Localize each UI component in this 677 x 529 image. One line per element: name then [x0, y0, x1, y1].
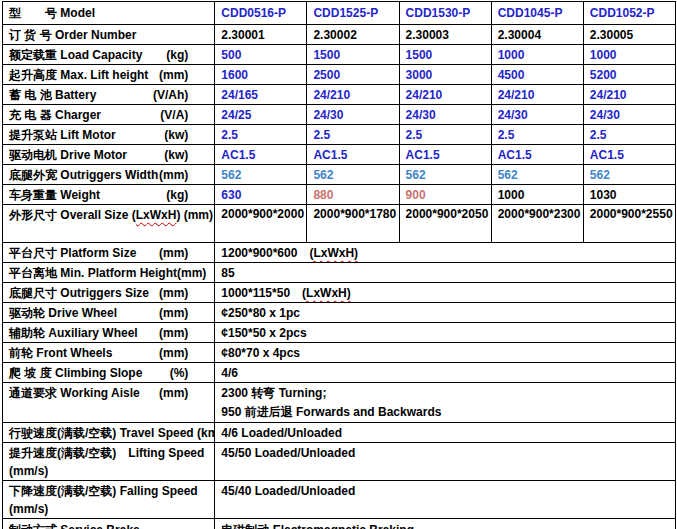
table-row-lift-motor: 提升泵站 Lift Motor(kw) 2.5 2.5 2.5 2.5 2.5 [3, 125, 676, 145]
row-unit: (mm) [159, 324, 188, 342]
spec-value: 24/210 [583, 85, 675, 105]
row-label: 底腿外宽 Outriggers Width [9, 166, 158, 184]
spec-value: 24/210 [491, 85, 583, 105]
spec-value: 85 [215, 263, 676, 283]
table-row-outriggers-width: 底腿外宽 Outriggers Width(mm) 562 562 562 56… [3, 165, 676, 185]
spec-value: 24/210 [307, 85, 399, 105]
spec-value: 2.5 [583, 125, 675, 145]
table-row-order-number: 订 货 号 Order Number 2.30001 2.30002 2.300… [3, 25, 676, 45]
row-unit: (mm) [177, 264, 206, 282]
spec-value: 2000*900*2050 [399, 205, 491, 243]
spec-value: 562 [491, 165, 583, 185]
model-value: CDD1052-P [583, 2, 675, 25]
spec-value: 4/6 Loaded/Unloaded [215, 423, 676, 443]
spec-value: 1600 [215, 65, 307, 85]
row-label: 下降速度(满载/空载) Falling Speed [9, 482, 212, 500]
spec-label-cell: 蓄 电 池 Battery(V/Ah) [3, 85, 215, 105]
spec-value: ¢150*50 x 2pcs [215, 323, 676, 343]
spec-label-cell: 额定载重 Load Capacity(kg) [3, 45, 215, 65]
spec-value: 24/25 [215, 105, 307, 125]
spec-label-cell: 车身重量 Weight(kg) [3, 185, 215, 205]
row-label: 充 电 器 Charger [9, 106, 101, 124]
model-value: CDD1530-P [399, 2, 491, 25]
spec-label-cell: 驱动电机 Drive Motor(kw) [3, 145, 215, 165]
model-value: CDD1525-P [307, 2, 399, 25]
table-row-overall-size: 外形尺寸 Overall Size (LxWxH) (mm) 2000*900*… [3, 205, 676, 243]
spellcheck-squiggle: (LxWxH) [302, 286, 351, 300]
row-label: 提升速度(满载/空载) Lifting Speed [9, 444, 212, 462]
spec-label-cell: 平台离地 Min. Platform Height(mm) [3, 263, 215, 283]
weight-value: 1000 [491, 185, 583, 205]
order-value: 2.30003 [399, 25, 491, 45]
row-label: 型 号 Model [9, 4, 95, 22]
spec-table: 型 号 Model CDD0516-P CDD1525-P CDD1530-P … [2, 1, 676, 529]
aisle-line-2: 950 前进后退 Forwards and Backwards [221, 403, 673, 422]
spellcheck-squiggle: (LxWxH) [309, 246, 358, 260]
spec-value: 3000 [399, 65, 491, 85]
spec-label-cell: 行驶速度(满载/空载) Travel Speed (km/h) [3, 423, 215, 443]
table-row-drive-wheel: 驱动轮 Drive Wheel(mm) ¢250*80 x 1pc [3, 303, 676, 323]
table-row-outriggers-size: 底腿尺寸 Outriggers Size(mm) 1000*115*50 (Lx… [3, 283, 676, 303]
row-unit: (mm/s) [9, 500, 212, 518]
spec-value: 1000 [491, 45, 583, 65]
row-unit: (kg) [166, 186, 188, 204]
spec-value: 24/30 [583, 105, 675, 125]
row-label: 通道要求 Working Aisle [9, 384, 140, 402]
spec-label-cell: 下降速度(满载/空载) Falling Speed(mm/s) [3, 481, 215, 519]
spec-value: 24/165 [215, 85, 307, 105]
row-label: 制动方式 Service Brake [9, 521, 140, 529]
spec-value: 2500 [307, 65, 399, 85]
row-unit: (V/A) [160, 106, 188, 124]
spec-value: 24/30 [491, 105, 583, 125]
table-row-min-platform-height: 平台离地 Min. Platform Height(mm) 85 [3, 263, 676, 283]
weight-value: 630 [215, 185, 307, 205]
spec-value: 24/210 [399, 85, 491, 105]
row-label: 额定载重 Load Capacity [9, 46, 142, 64]
spec-value: AC1.5 [491, 145, 583, 165]
row-unit: (mm) [159, 344, 188, 362]
table-row-load-capacity: 额定载重 Load Capacity(kg) 500 1500 1500 100… [3, 45, 676, 65]
row-unit: (mm) [159, 166, 188, 184]
row-unit: (mm/s) [9, 462, 212, 480]
table-row-working-aisle: 通道要求 Working Aisle(mm) 2300 转弯 Turning;9… [3, 383, 676, 423]
spec-label-cell: 平台尺寸 Platform Size(mm) [3, 243, 215, 263]
spec-label-cell: 外形尺寸 Overall Size (LxWxH) (mm) [3, 205, 215, 243]
table-row-model: 型 号 Model CDD0516-P CDD1525-P CDD1530-P … [3, 2, 676, 25]
row-unit: (V/Ah) [153, 86, 188, 104]
spec-value: 1000 [583, 45, 675, 65]
order-value: 2.30002 [307, 25, 399, 45]
row-label: 外形尺寸 Overall Size (LxWxH) (mm) [9, 206, 213, 224]
spec-value: 2000*900*2300 [491, 205, 583, 243]
weight-value: 880 [307, 185, 399, 205]
row-label: 辅助轮 Auxiliary Wheel [9, 324, 138, 342]
spec-value: AC1.5 [583, 145, 675, 165]
table-row-drive-motor: 驱动电机 Drive Motor(kw) AC1.5 AC1.5 AC1.5 A… [3, 145, 676, 165]
spec-label-cell: 提升速度(满载/空载) Lifting Speed(mm/s) [3, 443, 215, 481]
row-label: 行驶速度(满载/空载) Travel Speed (km/h) [9, 424, 215, 442]
spec-value: ¢80*70 x 4pcs [215, 343, 676, 363]
model-value: CDD0516-P [215, 2, 307, 25]
spec-value: 24/30 [307, 105, 399, 125]
spec-value: 电磁制动 Electromagnetic Braking [215, 519, 676, 529]
spec-value: ¢250*80 x 1pc [215, 303, 676, 323]
spec-label-cell: 底腿尺寸 Outriggers Size(mm) [3, 283, 215, 303]
table-row-platform-size: 平台尺寸 Platform Size(mm) 1200*900*600 (LxW… [3, 243, 676, 263]
row-label: 起升高度 Max. Lift height [9, 66, 148, 84]
spec-label-cell: 制动方式 Service Brake [3, 519, 215, 529]
spec-value: AC1.5 [307, 145, 399, 165]
spec-value: 45/50 Loaded/Unloaded [215, 443, 676, 481]
spec-value: 45/40 Loaded/Unloaded [215, 481, 676, 519]
weight-value: 1030 [583, 185, 675, 205]
spec-value: 1000*115*50 (LxWxH) [215, 283, 676, 303]
table-row-travel-speed: 行驶速度(满载/空载) Travel Speed (km/h) 4/6 Load… [3, 423, 676, 443]
row-unit: (mm) [159, 304, 188, 322]
spec-value: AC1.5 [399, 145, 491, 165]
row-label: 底腿尺寸 Outriggers Size [9, 284, 149, 302]
aisle-line-1: 2300 转弯 Turning; [221, 384, 673, 403]
row-label: 订 货 号 Order Number [9, 26, 136, 44]
spec-value: 1500 [307, 45, 399, 65]
spec-value: 500 [215, 45, 307, 65]
row-unit: (kw) [164, 126, 188, 144]
spec-value: 562 [215, 165, 307, 185]
table-row-battery: 蓄 电 池 Battery(V/Ah) 24/165 24/210 24/210… [3, 85, 676, 105]
